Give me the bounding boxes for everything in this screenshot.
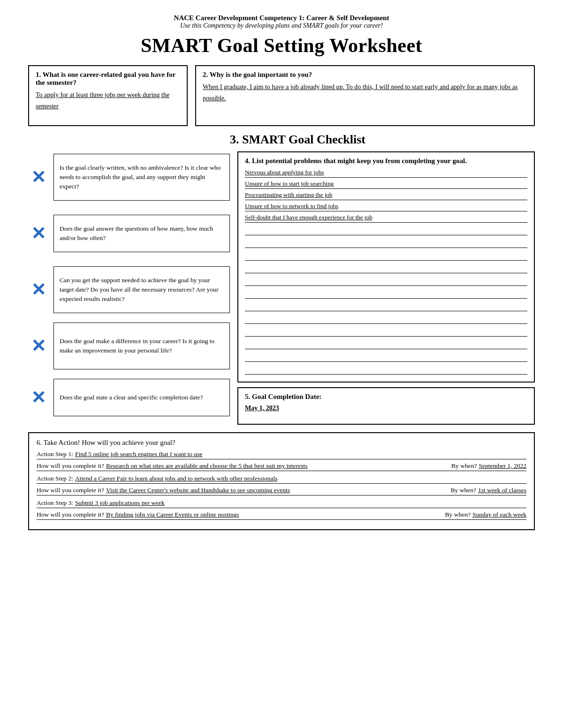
checkmark-5: ✕	[28, 389, 49, 406]
problems-empty-lines	[245, 225, 527, 375]
how-value-3: By finding jobs via Career Events or onl…	[106, 511, 441, 518]
q2-label: 2. Why is the goal important to you?	[203, 71, 527, 79]
checklist-text-2: Does the goal answer the questions of ho…	[53, 215, 230, 252]
q1-answer: To apply for at least three jobs per wee…	[36, 90, 180, 112]
bywhen-value-2: 1st week of classes	[478, 487, 526, 494]
action-step-label-2: Action Step 2:	[37, 475, 73, 482]
action-step-value-1: Find 5 online job search engines that I …	[75, 450, 526, 458]
action-step-value-2: Attend a Career Fair to learn about jobs…	[75, 475, 526, 482]
checklist-item-1: ✕ Is the goal clearly written, with no a…	[28, 151, 230, 203]
bywhen-value-3: Sunday of each week	[472, 511, 526, 518]
problems-box: 4. List potential problems that might ke…	[237, 151, 535, 383]
completion-date: May 1, 2023	[245, 405, 527, 412]
how-label-2: How will you complete it?	[37, 487, 104, 494]
checklist-item-2: ✕ Does the goal answer the questions of …	[28, 208, 230, 259]
question-2-box: 2. Why is the goal important to you? Whe…	[195, 65, 535, 126]
problems-title: 4. List potential problems that might ke…	[245, 157, 527, 165]
page-title: SMART Goal Setting Worksheet	[28, 34, 535, 57]
checklist-item-5: ✕ Does the goal state a clear and specif…	[28, 376, 230, 419]
problems-line-empty	[245, 263, 527, 273]
bywhen-label-2: By when?	[451, 487, 476, 494]
action-title: 6. Take Action! How will you achieve you…	[37, 439, 526, 447]
checklist-text-1: Is the goal clearly written, with no amb…	[53, 154, 230, 201]
action-step-row-3: Action Step 3:Submit 3 job applications …	[37, 499, 526, 508]
bywhen-label-1: By when?	[451, 462, 477, 470]
action-step-label-3: Action Step 3:	[37, 499, 73, 507]
how-label-3: How will you complete it?	[37, 511, 104, 518]
problems-line-filled: Procrastinating with starting the job	[245, 191, 527, 200]
how-row-3: How will you complete it?By finding jobs…	[37, 511, 526, 520]
checklist-item-4: ✕ Does the goal make a difference in you…	[28, 320, 230, 372]
nace-title: NACE Career Development Competency 1: Ca…	[28, 14, 535, 22]
action-step-label-1: Action Step 1:	[37, 450, 73, 458]
checkmark-4: ✕	[28, 337, 49, 355]
q1-label: 1. What is one career-related goal you h…	[36, 71, 180, 87]
checklist-right: 4. List potential problems that might ke…	[237, 151, 535, 425]
q2-answer: When I graduate, I aim to have a job alr…	[203, 82, 527, 104]
action-step-row-1: Action Step 1:Find 5 online job search e…	[37, 450, 526, 459]
action-steps-list: Action Step 1:Find 5 online job search e…	[37, 450, 526, 520]
problems-line-empty	[245, 288, 527, 299]
problems-line-empty	[245, 225, 527, 235]
problems-line-empty	[245, 276, 527, 286]
problems-line-empty	[245, 364, 527, 375]
how-value-2: Visit the Career Center's website and Ha…	[106, 487, 447, 494]
problems-line-empty	[245, 250, 527, 261]
how-label-1: How will you complete it?	[37, 462, 104, 470]
checklist-item-3: ✕ Can you get the support needed to achi…	[28, 264, 230, 315]
action-section: 6. Take Action! How will you achieve you…	[28, 432, 535, 530]
problems-line-empty	[245, 339, 527, 349]
problems-line-filled: Unsure of how to start job searching	[245, 180, 527, 189]
how-row-2: How will you complete it?Visit the Caree…	[37, 487, 526, 495]
bywhen-label-3: By when?	[445, 511, 471, 518]
problems-line-empty	[245, 326, 527, 337]
how-value-1: Research on what sites are available and…	[106, 462, 448, 470]
section3-title: 3. SMART Goal Checklist	[230, 133, 535, 147]
nace-subtitle: Use this Competency by developing plans …	[28, 22, 535, 30]
action-step-value-3: Submit 3 job applications per week	[75, 499, 526, 507]
action-step-row-2: Action Step 2:Attend a Career Fair to le…	[37, 475, 526, 484]
problems-filled-list: Nervous about applying for jobsUnsure of…	[245, 169, 527, 223]
checklist-left: ✕ Is the goal clearly written, with no a…	[28, 151, 230, 425]
problems-line-empty	[245, 314, 527, 324]
checkmark-3: ✕	[28, 281, 49, 299]
problems-line-filled: Unsure of how to network to find jobs	[245, 203, 527, 211]
checklist-text-4: Does the goal make a difference in your …	[53, 323, 230, 369]
how-row-1: How will you complete it?Research on wha…	[37, 462, 526, 471]
checklist-text-3: Can you get the support needed to achiev…	[53, 266, 230, 313]
completion-title: 5. Goal Completion Date:	[245, 393, 527, 401]
problems-line-empty	[245, 301, 527, 311]
problems-line-empty	[245, 238, 527, 248]
checkmark-2: ✕	[28, 225, 49, 242]
problems-line-empty	[245, 352, 527, 362]
checklist-text-5: Does the goal state a clear and specific…	[53, 379, 230, 416]
completion-box: 5. Goal Completion Date: May 1, 2023	[237, 387, 535, 425]
bywhen-value-1: September 1, 2022	[479, 462, 526, 470]
checkmark-1: ✕	[28, 168, 49, 186]
problems-line-filled: Nervous about applying for jobs	[245, 169, 527, 178]
question-1-box: 1. What is one career-related goal you h…	[28, 65, 188, 126]
problems-line-filled: Self-doubt that I have enough experience…	[245, 214, 527, 223]
